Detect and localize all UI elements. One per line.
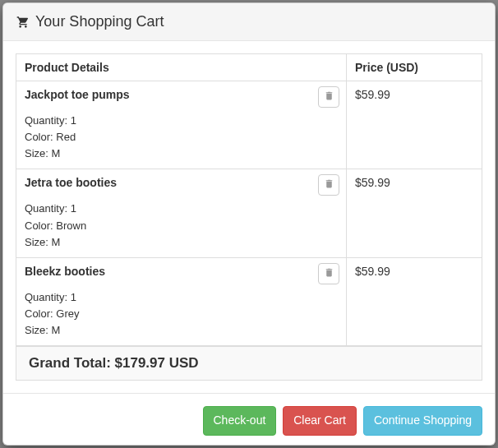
grand-total-label: Grand Total: [29, 355, 115, 371]
checkout-button[interactable]: Check-out [203, 406, 277, 436]
price-cell: $59.99 [347, 169, 482, 257]
delete-item-button[interactable] [318, 86, 339, 108]
size-value: M [52, 236, 61, 248]
product-meta: Quantity: 1Color: BrownSize: M [25, 201, 338, 250]
modal-header: Your Shopping Cart [3, 3, 495, 41]
grand-total-value: $179.97 USD [115, 355, 199, 371]
cart-table: Product Details Price (USD) Jackpot toe … [16, 53, 482, 346]
quantity-value: 1 [71, 114, 76, 127]
size-label: Size: [25, 147, 52, 159]
delete-item-button[interactable] [318, 174, 339, 196]
quantity-value: 1 [71, 291, 76, 303]
quantity-label: Quantity: [25, 202, 71, 215]
product-header: Product Details [16, 54, 347, 81]
grand-total: Grand Total: $179.97 USD [16, 346, 482, 380]
color-label: Color: [25, 219, 56, 232]
color-label: Color: [25, 131, 56, 143]
quantity-value: 1 [71, 202, 76, 215]
size-label: Size: [25, 236, 52, 248]
color-value: Grey [56, 307, 79, 320]
delete-item-button[interactable] [318, 263, 339, 284]
modal-title-text: Your Shopping Cart [35, 13, 164, 30]
product-name: Bleekz booties [25, 265, 338, 278]
color-value: Red [56, 131, 76, 143]
price-header: Price (USD) [347, 54, 482, 81]
trash-icon [324, 90, 334, 104]
trash-icon [324, 267, 334, 280]
table-row: Jetra toe bootiesQuantity: 1Color: Brown… [16, 169, 482, 257]
modal-title: Your Shopping Cart [16, 13, 482, 30]
modal-body: Product Details Price (USD) Jackpot toe … [3, 41, 495, 393]
price-cell: $59.99 [347, 257, 482, 345]
product-name: Jetra toe booties [25, 176, 338, 189]
shopping-cart-icon [16, 16, 30, 29]
product-cell: Bleekz bootiesQuantity: 1Color: GreySize… [16, 257, 347, 345]
quantity-label: Quantity: [25, 291, 71, 303]
size-value: M [52, 147, 61, 159]
product-meta: Quantity: 1Color: RedSize: M [25, 113, 338, 162]
shopping-cart-modal: Your Shopping Cart Product Details Price… [2, 2, 496, 446]
table-row: Bleekz bootiesQuantity: 1Color: GreySize… [16, 257, 482, 345]
trash-icon [324, 178, 334, 192]
clear-cart-button[interactable]: Clear Cart [283, 406, 357, 436]
continue-shopping-button[interactable]: Continue Shopping [363, 406, 482, 436]
color-label: Color: [25, 307, 56, 320]
table-row: Jackpot toe pumpsQuantity: 1Color: RedSi… [16, 81, 482, 169]
product-name: Jackpot toe pumps [25, 88, 338, 101]
modal-footer: Check-out Clear Cart Continue Shopping [3, 393, 495, 448]
product-meta: Quantity: 1Color: GreySize: M [25, 289, 338, 339]
product-cell: Jetra toe bootiesQuantity: 1Color: Brown… [16, 169, 347, 257]
price-cell: $59.99 [347, 81, 482, 169]
color-value: Brown [56, 219, 86, 232]
quantity-label: Quantity: [25, 114, 71, 127]
product-cell: Jackpot toe pumpsQuantity: 1Color: RedSi… [16, 81, 347, 169]
size-label: Size: [25, 324, 52, 336]
size-value: M [52, 324, 61, 336]
